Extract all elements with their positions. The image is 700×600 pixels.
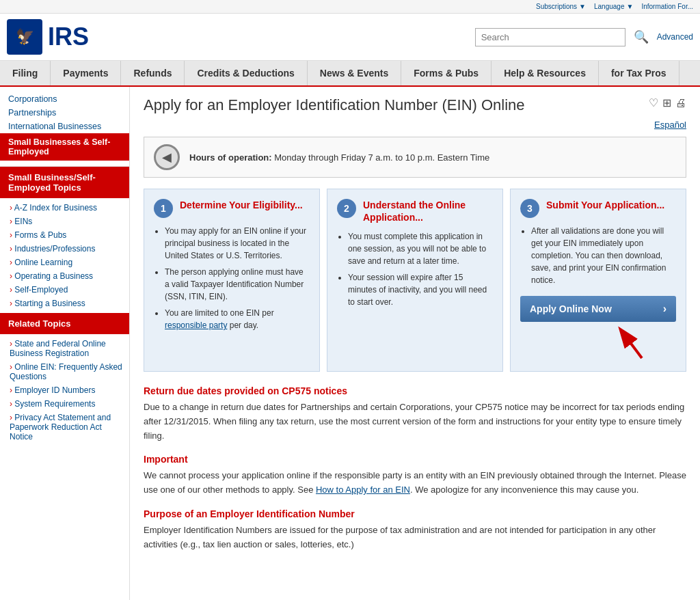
irs-text-logo: IRS [48, 23, 89, 51]
sidebar-item-corporations[interactable]: Corporations [0, 92, 129, 106]
step-2-number: 2 [337, 199, 356, 218]
step-1-body: You may apply for an EIN online if your … [154, 225, 310, 331]
step-1-card: 1 Determine Your Eligibility... You may … [144, 189, 320, 372]
irs-eagle-logo: 🦅 [7, 19, 42, 55]
hours-detail: Monday through Friday 7 a.m. to 10 p.m. … [274, 152, 489, 163]
step-3-body: After all validations are done you will … [520, 225, 676, 362]
sidebar-link-az-index[interactable]: A-Z Index for Business [0, 201, 129, 215]
sidebar-section-related-title: Related Topics [0, 313, 129, 334]
step-3-header: 3 Submit Your Application... [520, 199, 676, 218]
nav-help-resources[interactable]: Help & Resources [492, 61, 599, 85]
sidebar: Corporations Partnerships International … [0, 87, 130, 600]
step-3-number: 3 [520, 199, 539, 218]
subscriptions-chevron: ▼ [579, 3, 586, 10]
how-to-apply-link[interactable]: How to Apply for an EIN [316, 485, 410, 495]
main-content: Apply for an Employer Identification Num… [130, 87, 700, 600]
page-title-row: Apply for an Employer Identification Num… [144, 96, 686, 114]
sidebar-item-international[interactable]: International Businesses [0, 120, 129, 133]
step-3-bullet-1: After all validations are done you will … [531, 225, 676, 286]
logo-area: 🦅 IRS [7, 19, 89, 55]
sidebar-link-state-federal[interactable]: State and Federal Online Business Regist… [0, 337, 129, 360]
nav-credits-deductions[interactable]: Credits & Deductions [185, 61, 307, 85]
sidebar-link-system-req[interactable]: System Requirements [0, 397, 129, 411]
sidebar-section-related-links: State and Federal Online Business Regist… [0, 334, 129, 446]
step-2-card: 2 Understand the Online Application... Y… [327, 189, 503, 372]
nav-tax-pros[interactable]: for Tax Pros [599, 61, 679, 85]
subscriptions-dropdown[interactable]: Subscriptions ▼ [536, 3, 586, 10]
apply-btn-label: Apply Online Now [530, 303, 612, 314]
sidebar-item-partnerships[interactable]: Partnerships [0, 106, 129, 120]
step-3-card: 3 Submit Your Application... After all v… [510, 189, 686, 372]
sidebar-link-industries[interactable]: Industries/Professions [0, 242, 129, 256]
sidebar-link-self-employed[interactable]: Self-Employed [0, 283, 129, 297]
sidebar-section-topics: Small Business/Self-Employed Topics A-Z … [0, 167, 129, 313]
step-2-header: 2 Understand the Online Application... [337, 199, 493, 223]
language-chevron: ▼ [627, 3, 634, 10]
nav-news-events[interactable]: News & Events [308, 61, 401, 85]
section-important-title: Important [144, 454, 686, 465]
step-1-bullet-1: You may apply for an EIN online if your … [165, 225, 310, 262]
language-dropdown[interactable]: Language ▼ [594, 3, 633, 10]
page-title: Apply for an Employer Identification Num… [144, 96, 649, 114]
svg-line-1 [621, 331, 642, 358]
sidebar-section-related: Related Topics State and Federal Online … [0, 313, 129, 446]
subscriptions-label: Subscriptions [536, 3, 577, 10]
sidebar-link-starting[interactable]: Starting a Business [0, 297, 129, 310]
advanced-link[interactable]: Advanced [657, 32, 693, 42]
section-cp575-body: Due to a change in return due dates for … [144, 400, 686, 443]
section-important-text-after: . We apologize for any inconvenience thi… [410, 485, 638, 495]
section-important-body: We cannot process your application onlin… [144, 469, 686, 497]
information-for-link[interactable]: Information For... [641, 3, 693, 10]
sidebar-link-privacy-act[interactable]: Privacy Act Statement and Paperwork Redu… [0, 411, 129, 444]
resize-icon[interactable]: ⊞ [662, 96, 671, 109]
language-label: Language [594, 3, 625, 10]
nav-refunds[interactable]: Refunds [121, 61, 185, 85]
espanol-link[interactable]: Español [144, 120, 686, 130]
search-input[interactable] [475, 28, 625, 46]
step-1-number: 1 [154, 199, 173, 218]
apply-btn-wrap: Apply Online Now › [520, 296, 676, 362]
section-purpose: Purpose of an Employer Identification Nu… [144, 508, 686, 552]
apply-btn-chevron: › [663, 303, 667, 315]
step-2-title: Understand the Online Application... [363, 199, 493, 223]
sidebar-top-links: Corporations Partnerships International … [0, 87, 129, 167]
print-icon[interactable]: 🖨 [675, 97, 686, 109]
sidebar-link-employer-id[interactable]: Employer ID Numbers [0, 383, 129, 397]
clock-icon: ◀ [154, 144, 180, 170]
step-2-bullet-1: You must complete this application in on… [348, 230, 493, 267]
step-3-title: Submit Your Application... [546, 199, 664, 211]
top-bar: Subscriptions ▼ Language ▼ Information F… [0, 0, 700, 14]
section-cp575-title: Return due dates provided on CP575 notic… [144, 385, 686, 396]
sidebar-link-forms-pubs[interactable]: Forms & Pubs [0, 228, 129, 242]
hours-bold: Hours of operation: [189, 152, 272, 163]
sidebar-item-small-business[interactable]: Small Businesses & Self-Employed [0, 133, 129, 161]
nav-payments[interactable]: Payments [51, 61, 121, 85]
section-cp575: Return due dates provided on CP575 notic… [144, 385, 686, 443]
nav-forms-pubs[interactable]: Forms & Pubs [401, 61, 492, 85]
sidebar-link-online-ein-faq[interactable]: Online EIN: Frequently Asked Questions [0, 360, 129, 383]
hours-text: Hours of operation: Monday through Frida… [189, 152, 489, 163]
hours-box: ◀ Hours of operation: Monday through Fri… [144, 137, 686, 178]
search-area: 🔍 Advanced [475, 28, 693, 46]
apply-online-now-button[interactable]: Apply Online Now › [520, 296, 676, 322]
page-layout: Corporations Partnerships International … [0, 87, 700, 600]
sidebar-section-topics-title: Small Business/Self-Employed Topics [0, 167, 129, 198]
section-important: Important We cannot process your applica… [144, 454, 686, 497]
favorite-icon[interactable]: ♡ [649, 96, 658, 109]
header: 🦅 IRS 🔍 Advanced [0, 14, 700, 61]
step-1-header: 1 Determine Your Eligibility... [154, 199, 310, 218]
section-purpose-title: Purpose of an Employer Identification Nu… [144, 508, 686, 519]
nav-filing[interactable]: Filing [0, 61, 51, 85]
step-1-bullet-3: You are limited to one EIN per responsib… [165, 307, 310, 331]
search-button[interactable]: 🔍 [630, 28, 653, 46]
sidebar-link-eins[interactable]: EINs [0, 215, 129, 228]
step-1-title: Determine Your Eligibility... [180, 199, 303, 211]
red-arrow-graphic [601, 321, 656, 362]
step-2-bullet-2: Your session will expire after 15 minute… [348, 271, 493, 308]
responsible-party-link[interactable]: responsible party [165, 321, 227, 330]
steps-row: 1 Determine Your Eligibility... You may … [144, 189, 686, 372]
title-icons: ♡ ⊞ 🖨 [649, 96, 686, 109]
section-purpose-body: Employer Identification Numbers are issu… [144, 523, 686, 552]
sidebar-link-online-learning[interactable]: Online Learning [0, 256, 129, 269]
sidebar-link-operating[interactable]: Operating a Business [0, 269, 129, 283]
